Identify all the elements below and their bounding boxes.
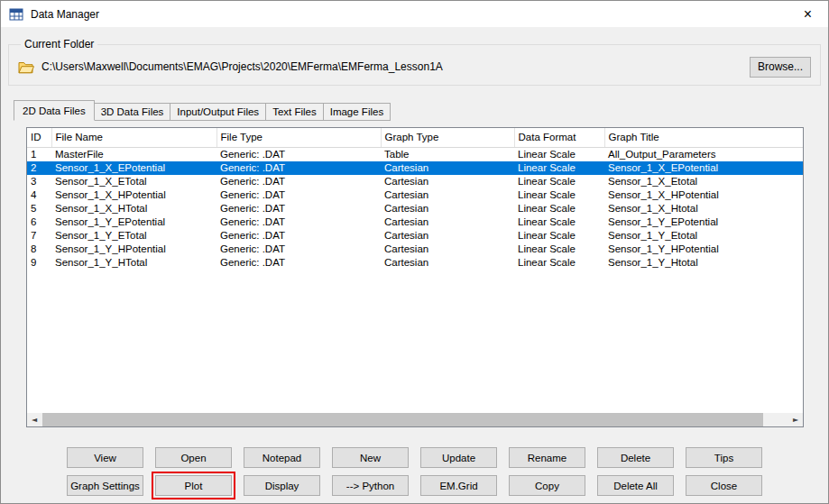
update-button[interactable]: Update bbox=[420, 447, 497, 468]
button-area: ViewOpenNotepadNewUpdateRenameDeleteTips… bbox=[1, 447, 828, 496]
column-header-file-type[interactable]: File Type bbox=[216, 128, 381, 147]
tab-3d-data-files[interactable]: 3D Data Files bbox=[94, 103, 171, 121]
close-button[interactable]: × bbox=[788, 1, 828, 27]
scroll-right-icon[interactable]: ► bbox=[788, 413, 803, 426]
column-header-graph-type[interactable]: Graph Type bbox=[381, 128, 514, 147]
tab-image-files[interactable]: Image Files bbox=[323, 103, 391, 121]
titlebar: Data Manager × bbox=[1, 1, 828, 27]
delete-button[interactable]: Delete bbox=[597, 447, 674, 468]
tab-text-files[interactable]: Text Files bbox=[265, 103, 324, 121]
data-manager-window: Data Manager × Current Folder C:\Users\M… bbox=[0, 0, 829, 504]
close-button[interactable]: Close bbox=[686, 475, 762, 496]
tab-2d-data-files[interactable]: 2D Data Files bbox=[14, 100, 95, 121]
app-icon bbox=[9, 7, 23, 22]
python-button[interactable]: --> Python bbox=[332, 475, 409, 496]
window-title: Data Manager bbox=[31, 8, 99, 21]
button-grid: ViewOpenNotepadNewUpdateRenameDeleteTips… bbox=[67, 447, 762, 496]
plot-button[interactable]: Plot bbox=[155, 475, 232, 496]
file-type-tabs: 2D Data Files3D Data FilesInput/Output F… bbox=[14, 100, 828, 121]
table-row[interactable]: 4Sensor_1_X_HPotentialGeneric: .DATCarte… bbox=[27, 188, 803, 202]
rename-button[interactable]: Rename bbox=[509, 447, 585, 468]
view-button[interactable]: View bbox=[67, 447, 143, 468]
table-area: IDFile NameFile TypeGraph TypeData Forma… bbox=[27, 128, 803, 413]
column-header-id[interactable]: ID bbox=[27, 128, 51, 147]
scroll-left-icon[interactable]: ◄ bbox=[27, 413, 41, 426]
notepad-button[interactable]: Notepad bbox=[244, 447, 320, 468]
table-row[interactable]: 5Sensor_1_X_HTotalGeneric: .DATCartesian… bbox=[27, 202, 803, 215]
em-grid-button[interactable]: EM.Grid bbox=[420, 475, 497, 496]
table-row[interactable]: 3Sensor_1_X_ETotalGeneric: .DATCartesian… bbox=[27, 175, 803, 188]
scrollbar-thumb[interactable] bbox=[42, 413, 763, 426]
column-header-data-format[interactable]: Data Format bbox=[514, 128, 604, 147]
table-row[interactable]: 6Sensor_1_Y_EPotentialGeneric: .DATCarte… bbox=[27, 215, 803, 229]
current-folder-row: C:\Users\Maxwell\Documents\EMAG\Projects… bbox=[18, 56, 811, 78]
scrollbar-track[interactable] bbox=[41, 413, 788, 426]
copy-button[interactable]: Copy bbox=[509, 475, 585, 496]
tips-button[interactable]: Tips bbox=[686, 447, 762, 468]
tab-input-output-files[interactable]: Input/Output Files bbox=[170, 103, 266, 121]
open-button[interactable]: Open bbox=[155, 447, 232, 468]
browse-button[interactable]: Browse... bbox=[750, 57, 811, 78]
table-header-row: IDFile NameFile TypeGraph TypeData Forma… bbox=[27, 128, 803, 147]
column-header-file-name[interactable]: File Name bbox=[51, 128, 216, 147]
current-folder-path: C:\Users\Maxwell\Documents\EMAG\Projects… bbox=[41, 60, 742, 73]
graph-settings-button[interactable]: Graph Settings bbox=[67, 475, 143, 496]
table-row[interactable]: 2Sensor_1_X_EPotentialGeneric: .DATCarte… bbox=[27, 161, 803, 175]
horizontal-scrollbar[interactable]: ◄ ► bbox=[27, 413, 803, 426]
display-button[interactable]: Display bbox=[244, 475, 320, 496]
current-folder-group: Current Folder C:\Users\Maxwell\Document… bbox=[8, 38, 821, 86]
column-header-graph-title[interactable]: Graph Title bbox=[604, 128, 803, 147]
table-row[interactable]: 7Sensor_1_Y_ETotalGeneric: .DATCartesian… bbox=[27, 229, 803, 243]
new-button[interactable]: New bbox=[332, 447, 409, 468]
folder-icon bbox=[18, 60, 34, 74]
data-files-table: IDFile NameFile TypeGraph TypeData Forma… bbox=[26, 127, 804, 427]
current-folder-label: Current Folder bbox=[21, 38, 97, 50]
table-row[interactable]: 1MasterFileGeneric: .DATTableLinear Scal… bbox=[27, 147, 803, 161]
table-row[interactable]: 9Sensor_1_Y_HTotalGeneric: .DATCartesian… bbox=[27, 256, 803, 270]
table-row[interactable]: 8Sensor_1_Y_HPotentialGeneric: .DATCarte… bbox=[27, 243, 803, 256]
delete-all-button[interactable]: Delete All bbox=[597, 475, 674, 496]
